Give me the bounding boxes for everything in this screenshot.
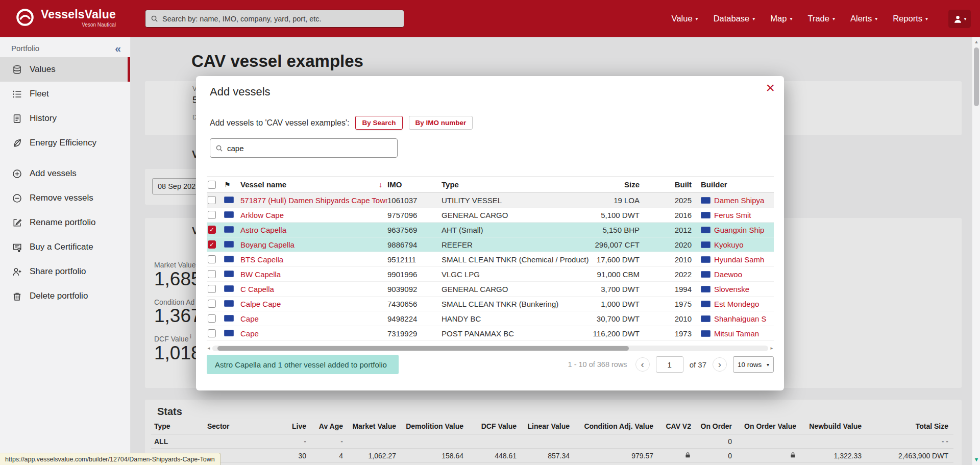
vessel-name-link[interactable]: Cape xyxy=(240,329,259,338)
select-all-checkbox[interactable] xyxy=(208,181,216,189)
page-number-input[interactable] xyxy=(656,356,683,373)
by-search-button[interactable]: By Search xyxy=(355,116,402,130)
horizontal-scrollbar[interactable]: ◄ ► xyxy=(207,345,774,351)
scroll-left-icon[interactable]: ◄ xyxy=(207,346,211,351)
vessel-search-input[interactable] xyxy=(227,144,392,153)
vessel-row[interactable]: Arklow Cape 9757096 GENERAL CARGO 5,100 … xyxy=(207,208,774,223)
builder-flag-icon xyxy=(701,227,710,233)
row-checkbox[interactable] xyxy=(208,240,216,249)
prev-page-button[interactable]: ‹ xyxy=(635,357,650,372)
scroll-up-icon[interactable]: ▲ xyxy=(972,39,980,44)
scrollbar-thumb[interactable] xyxy=(974,47,979,106)
scroll-right-icon[interactable]: ► xyxy=(770,346,774,351)
row-checkbox[interactable] xyxy=(208,300,216,308)
builder-link[interactable]: Ferus Smit xyxy=(714,211,751,219)
sidebar-item-remove-vessels[interactable]: Remove vessels xyxy=(0,186,130,210)
global-search-input[interactable] xyxy=(162,15,399,23)
rows-per-page-value: 10 rows xyxy=(738,361,762,369)
sidebar-item-buy-a-certificate[interactable]: Buy a Certificate xyxy=(0,235,130,259)
column-header-type[interactable]: Type xyxy=(442,180,593,189)
builder-link[interactable]: Slovenske xyxy=(714,285,749,293)
top-nav-value[interactable]: Value ▾ xyxy=(672,14,698,23)
row-checkbox[interactable] xyxy=(208,270,216,278)
column-header-built[interactable]: Built xyxy=(640,180,692,189)
vessel-flag-icon xyxy=(224,226,234,233)
remove-circle-icon xyxy=(12,193,22,203)
by-imo-number-button[interactable]: By IMO number xyxy=(409,116,473,130)
vessel-name-link[interactable]: Cape xyxy=(240,314,259,323)
sort-desc-icon[interactable]: ↓ xyxy=(379,181,382,189)
row-checkbox[interactable] xyxy=(208,211,216,219)
builder-link[interactable]: Damen Shipya xyxy=(714,196,764,205)
vessel-name-link[interactable]: Boyang Capella xyxy=(240,240,295,249)
column-header-size[interactable]: Size xyxy=(593,180,640,189)
vessel-name-link[interactable]: BTS Capella xyxy=(240,255,283,264)
top-nav-trade[interactable]: Trade ▾ xyxy=(807,14,835,23)
builder-link[interactable]: Daewoo xyxy=(714,270,742,279)
vessel-row[interactable]: Calpe Cape 7430656 SMALL CLEAN TNKR (Bun… xyxy=(207,297,774,311)
sidebar-item-share-portfolio[interactable]: Share portfolio xyxy=(0,259,130,284)
builder-flag-icon xyxy=(701,301,710,307)
top-nav-database[interactable]: Database ▾ xyxy=(714,14,755,23)
column-header-builder[interactable]: Builder xyxy=(701,180,774,189)
horizontal-scroll-thumb[interactable] xyxy=(217,346,629,351)
vessel-built: 2022 xyxy=(640,270,692,279)
brand[interactable]: VesselsValue Veson Nautical xyxy=(14,7,116,28)
vessel-row[interactable]: Cape 7319929 POST PANAMAX BC 116,200 DWT… xyxy=(207,326,774,341)
vessel-name-link[interactable]: Astro Capella xyxy=(240,226,286,234)
vessel-row[interactable]: BW Capella 9901996 VLGC LPG 91,000 CBM 2… xyxy=(207,267,774,282)
vessel-row[interactable]: 571877 (Hull) Damen Shipyards Cape Town … xyxy=(207,193,774,208)
column-header-imo[interactable]: IMO xyxy=(387,180,442,189)
vessel-name-link[interactable]: 571877 (Hull) Damen Shipyards Cape Town xyxy=(240,196,387,205)
vessel-row[interactable]: C Capella 9039092 GENERAL CARGO 3,700 DW… xyxy=(207,282,774,297)
rows-per-page-select[interactable]: 10 rows ▾ xyxy=(733,356,774,373)
vessel-name-link[interactable]: C Capella xyxy=(240,285,274,293)
vessel-search-results-table: ⚑ Vessel name ↓ IMO Type Size Built Buil… xyxy=(207,176,774,341)
builder-link[interactable]: Est Mondego xyxy=(714,300,759,308)
vessel-flag-icon xyxy=(224,315,234,322)
vessel-row[interactable]: BTS Capella 9512111 SMALL CLEAN TNKR (Ch… xyxy=(207,252,774,267)
vessel-type: UTILITY VESSEL xyxy=(442,196,593,205)
column-header-vessel-name[interactable]: Vessel name xyxy=(240,180,286,189)
row-checkbox[interactable] xyxy=(208,255,216,263)
builder-link[interactable]: Hyundai Samh xyxy=(714,255,764,264)
sidebar-item-add-vessels[interactable]: Add vessels xyxy=(0,161,130,186)
sidebar-item-fleet[interactable]: Fleet xyxy=(0,82,130,106)
sidebar-item-delete-portfolio[interactable]: Delete portfolio xyxy=(0,284,130,308)
top-nav-alerts[interactable]: Alerts ▾ xyxy=(850,14,877,23)
collapse-sidebar-icon[interactable]: « xyxy=(115,44,121,52)
row-checkbox[interactable] xyxy=(208,226,216,234)
top-nav-map[interactable]: Map ▾ xyxy=(770,14,792,23)
builder-link[interactable]: Guangxin Ship xyxy=(714,226,764,234)
toast-notification: Astro Capella and 1 other vessel added t… xyxy=(207,355,399,374)
user-menu-button[interactable]: ▾ xyxy=(948,10,971,28)
vessel-name-link[interactable]: BW Capella xyxy=(240,270,281,279)
builder-link[interactable]: Shanhaiguan S xyxy=(714,314,767,323)
sidebar-item-history[interactable]: History xyxy=(0,106,130,131)
vessel-name-link[interactable]: Arklow Cape xyxy=(240,211,284,219)
next-page-button[interactable]: › xyxy=(713,357,727,372)
builder-link[interactable]: Mitsui Taman xyxy=(714,329,759,338)
row-checkbox[interactable] xyxy=(208,196,216,204)
vessel-search-box[interactable] xyxy=(210,138,398,158)
user-icon xyxy=(953,14,963,24)
vessel-name-link[interactable]: Calpe Cape xyxy=(240,300,281,308)
sidebar-item-values[interactable]: Values xyxy=(0,57,130,82)
top-nav-reports[interactable]: Reports ▾ xyxy=(893,14,928,23)
global-search[interactable] xyxy=(145,10,404,28)
horizontal-scroll-track[interactable] xyxy=(212,346,768,351)
page-scrollbar[interactable]: ▲ ▼ xyxy=(972,37,980,465)
vessel-row[interactable]: Astro Capella 9637569 AHT (Small) 5,150 … xyxy=(207,223,774,237)
builder-flag-icon xyxy=(701,286,710,292)
vessel-row[interactable]: Cape 9498224 HANDY BC 30,700 DWT 2010 Sh… xyxy=(207,311,774,326)
builder-link[interactable]: Kyokuyo xyxy=(714,240,744,249)
row-checkbox[interactable] xyxy=(208,329,216,337)
builder-flag-icon xyxy=(701,330,710,337)
trash-icon xyxy=(12,291,22,301)
row-checkbox[interactable] xyxy=(208,314,216,323)
sidebar-item-energy-efficiency[interactable]: Energy Efficiency xyxy=(0,131,130,155)
row-checkbox[interactable] xyxy=(208,285,216,293)
sidebar-item-rename-portfolio[interactable]: Rename portfolio xyxy=(0,210,130,235)
vessel-row[interactable]: Boyang Capella 9886794 REEFER 296,007 CF… xyxy=(207,237,774,252)
close-icon[interactable]: × xyxy=(766,80,775,95)
